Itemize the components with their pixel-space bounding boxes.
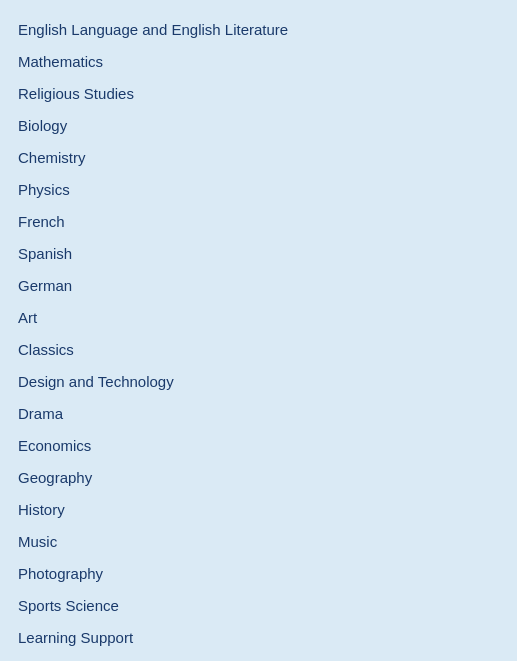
list-item-classics[interactable]: Classics	[0, 334, 517, 366]
list-item-esl[interactable]: ESL (English as a Second Language)	[0, 654, 517, 661]
list-item-spanish[interactable]: Spanish	[0, 238, 517, 270]
list-item-sports-science[interactable]: Sports Science	[0, 590, 517, 622]
list-item-design-and-technology[interactable]: Design and Technology	[0, 366, 517, 398]
list-item-chemistry[interactable]: Chemistry	[0, 142, 517, 174]
list-item-photography[interactable]: Photography	[0, 558, 517, 590]
subject-list: English Language and English LiteratureM…	[0, 8, 517, 661]
list-item-art[interactable]: Art	[0, 302, 517, 334]
list-item-mathematics[interactable]: Mathematics	[0, 46, 517, 78]
list-item-economics[interactable]: Economics	[0, 430, 517, 462]
list-item-history[interactable]: History	[0, 494, 517, 526]
list-item-biology[interactable]: Biology	[0, 110, 517, 142]
list-item-music[interactable]: Music	[0, 526, 517, 558]
list-item-german[interactable]: German	[0, 270, 517, 302]
list-item-english[interactable]: English Language and English Literature	[0, 14, 517, 46]
list-item-religious-studies[interactable]: Religious Studies	[0, 78, 517, 110]
list-item-french[interactable]: French	[0, 206, 517, 238]
list-item-drama[interactable]: Drama	[0, 398, 517, 430]
list-item-geography[interactable]: Geography	[0, 462, 517, 494]
list-item-physics[interactable]: Physics	[0, 174, 517, 206]
list-item-learning-support[interactable]: Learning Support	[0, 622, 517, 654]
